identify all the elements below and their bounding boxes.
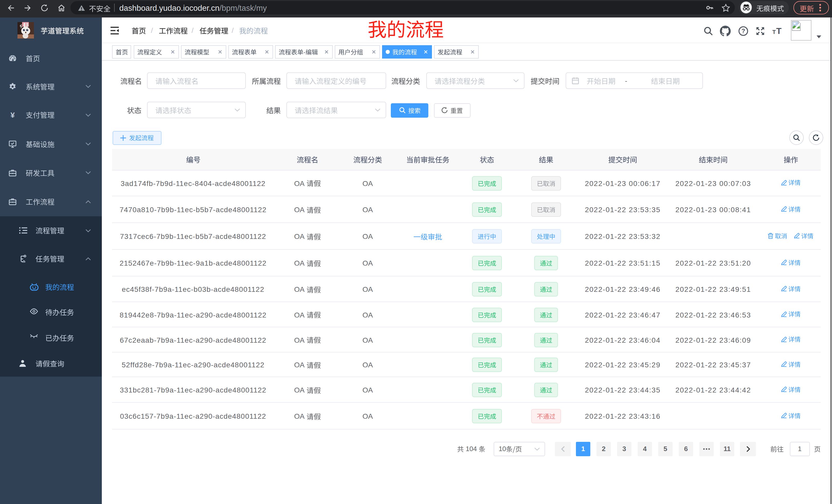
svg-text:?: ? [742,27,745,34]
svg-text:T: T [772,29,776,35]
svg-text:T: T [776,26,781,35]
svg-text:¥: ¥ [10,111,15,119]
